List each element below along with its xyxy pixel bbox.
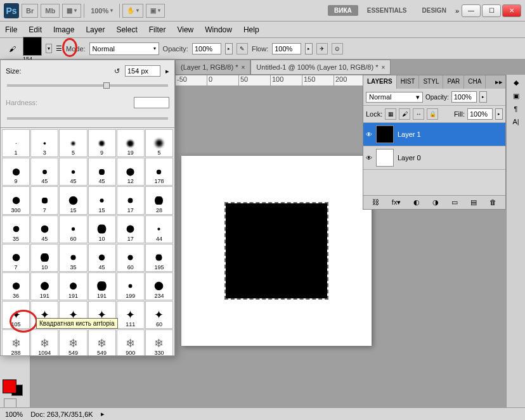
menu-file[interactable]: File	[5, 25, 17, 34]
paragraph-icon[interactable]: ¶	[514, 105, 518, 113]
status-dropdown-icon[interactable]: ▸	[101, 410, 105, 418]
hardness-input[interactable]	[134, 97, 169, 108]
bridge-button[interactable]: Br	[22, 4, 38, 18]
brush-preset-item[interactable]: 15	[88, 186, 116, 214]
menu-filter[interactable]: Filter	[149, 25, 166, 34]
brush-preset-item[interactable]: 105	[2, 301, 30, 329]
delete-layer-icon[interactable]: 🗑	[489, 198, 496, 207]
panel-tab[interactable]: HIST	[397, 75, 420, 89]
opacity-dropdown-icon[interactable]: ▸	[225, 43, 233, 54]
brush-preset-item[interactable]: 44	[145, 215, 173, 243]
workspace-tab-design[interactable]: DESIGN	[416, 5, 453, 16]
character-icon[interactable]: A|	[512, 118, 519, 125]
brush-preset-item[interactable]: 191	[30, 272, 58, 300]
brush-preset-item[interactable]: 288	[2, 329, 30, 355]
panel-tab[interactable]: STYL	[419, 75, 443, 89]
brush-preset-item[interactable]: 195	[145, 244, 173, 272]
brush-preset-item[interactable]: 19	[117, 129, 145, 157]
brush-preset-item[interactable]: 3	[30, 129, 58, 157]
brush-preset-item[interactable]: 330	[145, 329, 173, 355]
brush-preset-item[interactable]: 10	[30, 244, 58, 272]
zoom-level[interactable]: 100%▾	[87, 4, 117, 18]
hand-tool-button[interactable]: ✋▾	[122, 4, 143, 18]
document-canvas[interactable]	[181, 156, 372, 346]
brush-preset-item[interactable]: 5	[59, 129, 87, 157]
brush-preset-item[interactable]: 60	[117, 244, 145, 272]
document-tab-1[interactable]: (Layer 1, RGB/8) *×	[175, 60, 250, 75]
brush-preset-item[interactable]: 191	[59, 272, 87, 300]
airbrush-icon[interactable]: ✈	[316, 43, 328, 54]
brush-preset-item[interactable]: 45	[88, 244, 116, 272]
brush-preset-item[interactable]: 900	[117, 329, 145, 355]
visibility-icon[interactable]	[366, 154, 372, 162]
brush-panel-toggle-icon[interactable]: ☰	[56, 44, 62, 53]
panel-menu-icon[interactable]: ▸	[165, 67, 169, 75]
status-doc-size[interactable]: Doc: 263,7K/351,6K	[30, 410, 93, 418]
opacity-input[interactable]: 100%	[192, 43, 221, 54]
visibility-icon[interactable]	[366, 130, 372, 138]
adjustment-layer-icon[interactable]: ◑	[432, 198, 439, 207]
layer-row[interactable]: Layer 0	[363, 146, 505, 170]
flow-dropdown-icon[interactable]: ▸	[305, 43, 313, 54]
brush-preset-item[interactable]: 60	[59, 215, 87, 243]
lock-pixels-icon[interactable]: 🖌	[399, 108, 410, 120]
flow-input[interactable]: 100%	[272, 43, 301, 54]
lock-transparency-icon[interactable]: ▦	[385, 108, 396, 120]
brush-preset-item[interactable]: 45	[30, 215, 58, 243]
brush-preset-item[interactable]: 111	[117, 301, 145, 329]
brush-preset-item[interactable]: 9	[88, 129, 116, 157]
close-icon[interactable]: ×	[381, 64, 385, 71]
history-icon[interactable]: ▣	[513, 92, 519, 100]
tablet-opacity-icon[interactable]: ✎	[237, 43, 248, 54]
fill-dropdown-icon[interactable]: ▸	[495, 108, 503, 120]
menu-image[interactable]: Image	[53, 25, 74, 34]
brush-preset-item[interactable]: 7	[30, 186, 58, 214]
brush-preset-item[interactable]: 549	[59, 329, 87, 355]
brush-preset-item[interactable]: 5	[145, 129, 173, 157]
brush-preset-item[interactable]: 191	[88, 272, 116, 300]
brush-preset-dropdown-icon[interactable]: ▾	[46, 44, 52, 53]
brush-preset-item[interactable]: 15	[59, 186, 87, 214]
brush-preset-item[interactable]: 234	[145, 272, 173, 300]
panel-tab[interactable]: PAR	[443, 75, 464, 89]
panel-tab[interactable]: LAYERS	[363, 75, 397, 89]
more-workspaces-icon[interactable]: »	[455, 7, 459, 15]
workspace-tab-active[interactable]: ВИКА	[328, 5, 358, 16]
layer-opacity-dropdown-icon[interactable]: ▸	[479, 91, 487, 103]
fill-input[interactable]: 100%	[467, 108, 493, 120]
minimize-button[interactable]: —	[462, 4, 481, 17]
lock-position-icon[interactable]: ↔	[413, 108, 424, 120]
hardness-slider[interactable]	[7, 117, 168, 120]
brush-preset-item[interactable]: 45	[88, 158, 116, 186]
brush-preset-item[interactable]: 35	[59, 244, 87, 272]
brush-preset-item[interactable]: 300	[2, 186, 30, 214]
brush-preset-item[interactable]: 45	[59, 158, 87, 186]
close-icon[interactable]: ×	[241, 64, 245, 71]
menu-edit[interactable]: Edit	[29, 25, 42, 34]
brush-preset-item[interactable]: 45	[30, 158, 58, 186]
brush-tool-icon[interactable]: 🖌	[5, 42, 19, 56]
dock-icon[interactable]: ◆	[514, 79, 519, 87]
brush-size-slider[interactable]	[7, 84, 168, 87]
layer-thumbnail[interactable]	[376, 149, 394, 167]
menu-select[interactable]: Select	[116, 25, 137, 34]
layer-row[interactable]: Layer 1	[363, 123, 505, 146]
brush-preset-item[interactable]: 60	[145, 301, 173, 329]
mini-bridge-button[interactable]: Mb	[41, 4, 60, 18]
lock-all-icon[interactable]: 🔒	[427, 108, 438, 120]
layer-blend-mode-select[interactable]: Normal▾	[366, 92, 423, 103]
brush-preset-item[interactable]: 35	[2, 215, 30, 243]
link-layers-icon[interactable]: ⛓	[372, 198, 379, 207]
layer-mask-icon[interactable]: ◐	[413, 198, 420, 207]
menu-window[interactable]: Window	[205, 25, 232, 34]
reset-icon[interactable]: ↺	[114, 67, 120, 75]
maximize-button[interactable]: ☐	[482, 4, 501, 17]
brush-preset-item[interactable]: 10	[88, 215, 116, 243]
layer-group-icon[interactable]: ▭	[451, 198, 458, 207]
brush-preset-item[interactable]: 7	[2, 244, 30, 272]
layer-opacity-input[interactable]: 100%	[451, 91, 477, 103]
brush-preset-item[interactable]: 9	[2, 158, 30, 186]
menu-help[interactable]: Help	[243, 25, 259, 34]
brush-preset-preview[interactable]	[23, 37, 42, 56]
screen-mode-button[interactable]: ▣▾	[146, 4, 165, 18]
